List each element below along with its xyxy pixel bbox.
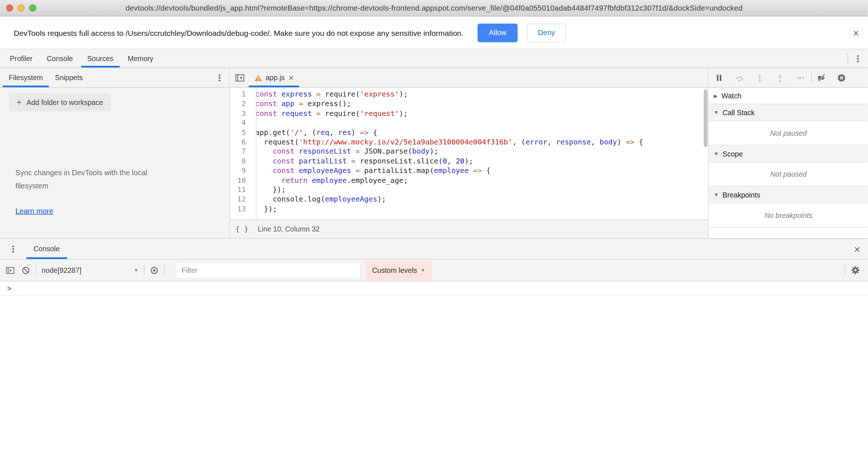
banner-close-icon[interactable]: × [853,27,860,38]
code-line[interactable]: 5app.get('/', (req, res) => { [230,128,708,137]
triangle-down-icon: ▼ [714,192,719,198]
code-line[interactable]: 9 const employeeAges = partialList.map(e… [230,166,708,175]
allow-button[interactable]: Allow [478,23,517,42]
tab-console[interactable]: Console [40,49,80,68]
execution-context-select[interactable]: node[92287] ▼ [42,266,138,275]
pause-script-icon[interactable] [715,73,724,82]
line-number[interactable]: 3 [230,109,251,118]
custom-levels-label: Custom levels [372,266,417,275]
permission-banner: DevTools requests full access to /Users/… [0,16,868,49]
code-line[interactable]: 11 }); [230,185,708,195]
step-over-icon[interactable] [735,73,744,82]
line-number[interactable]: 5 [230,128,251,137]
step-out-icon[interactable] [776,73,785,82]
console-prompt-row[interactable]: > [0,282,868,296]
section-label: Scope [722,150,742,158]
tab-memory[interactable]: Memory [120,49,160,68]
pretty-print-icon[interactable]: { } [236,225,248,233]
tab-console-drawer[interactable]: Console [26,239,67,259]
file-tab-appjs[interactable]: app.js × [249,68,299,87]
section-label: Breakpoints [722,191,760,199]
traffic-lights [6,0,37,16]
line-number[interactable]: 13 [230,204,251,214]
code-line[interactable]: 2const app = express(); [230,99,708,109]
devtools-window: devtools://devtools/bundled/js_app.html?… [0,0,868,474]
triangle-down-icon: ▼ [714,110,719,115]
console-sidebar-toggle-icon[interactable] [5,266,14,275]
minimize-window-button[interactable] [18,4,25,12]
tab-profiler[interactable]: Profiler [3,49,40,68]
chevron-down-icon: ▼ [134,268,138,273]
editor-scrollbar-thumb[interactable] [704,90,708,147]
permission-message: DevTools requests full access to /Users/… [14,28,464,37]
console-settings-gear-icon[interactable] [851,266,861,275]
line-number[interactable]: 2 [230,99,251,109]
code-line[interactable]: 4 [230,118,708,128]
warning-icon [254,74,263,82]
console-filter-input[interactable] [176,262,361,278]
console-tabbar: Console × [0,239,868,260]
clear-console-icon[interactable] [22,266,30,275]
section-header-scope[interactable]: ▼Scope [709,146,868,163]
scope-message: Not paused [709,162,868,187]
separator [144,265,145,276]
code-line[interactable]: 8 const partialList = responseList.slice… [230,156,708,166]
navigator-tabbar: Filesystem Snippets [0,68,229,88]
line-number[interactable]: 6 [230,137,251,147]
code-line[interactable]: 3const request = require('request'); [230,109,708,118]
section-header-call-stack[interactable]: ▼Call Stack [709,104,868,121]
code-editor[interactable]: 1const express = require('express');2con… [230,88,708,219]
close-window-button[interactable] [6,4,14,12]
separator [164,265,165,276]
drawer-menu-icon[interactable] [9,244,18,253]
tab-filesystem[interactable]: Filesystem [3,68,49,87]
separator [812,72,812,83]
section-label: Call Stack [722,108,755,117]
main-tabbar-right [848,49,868,68]
sync-description: Sync changes in DevTools with the local … [15,166,180,193]
code-line[interactable]: 12 console.log(employeeAges); [230,195,708,204]
console-output[interactable]: > [0,282,868,474]
custom-levels-dropdown[interactable]: Custom levels ▼ [366,260,432,280]
editor-tabbar: app.js × [230,68,708,88]
learn-more-link[interactable]: Learn more [15,207,53,215]
add-folder-button[interactable]: + Add folder to workspace [9,93,111,112]
code-line[interactable]: 6 request('http://www.mocky.io/v2/5e1a9a… [230,137,708,147]
section-header-breakpoints[interactable]: ▼Breakpoints [709,187,868,204]
step-icon[interactable] [796,73,805,82]
line-number[interactable]: 1 [230,90,251,99]
line-number[interactable]: 12 [230,195,251,204]
code-line[interactable]: 10 return employee.employee_age; [230,175,708,185]
code-line[interactable]: 1const express = require('express'); [230,90,708,99]
line-number[interactable]: 9 [230,166,251,175]
deny-button[interactable]: Deny [527,23,566,42]
fullscreen-window-button[interactable] [29,4,37,12]
navigator-menu-icon[interactable] [215,73,224,82]
main-menu-icon[interactable] [854,54,863,63]
line-number[interactable]: 11 [230,185,251,195]
sources-panel: Filesystem Snippets + Add folder to work… [0,68,868,238]
cursor-position: Line 10, Column 32 [258,225,319,233]
editor-statusbar: { } Line 10, Column 32 [230,219,708,238]
pause-on-exceptions-icon[interactable] [837,73,846,82]
create-live-expression-icon[interactable] [150,266,159,275]
deactivate-breakpoints-icon[interactable] [818,73,826,82]
line-number[interactable]: 4 [230,118,251,128]
tab-snippets[interactable]: Snippets [49,68,89,87]
section-header-watch[interactable]: ▶Watch [709,88,868,104]
line-number[interactable]: 10 [230,175,251,185]
titlebar: devtools://devtools/bundled/js_app.html?… [0,0,868,16]
code-line[interactable]: 13 }); [230,204,708,214]
step-into-icon[interactable] [756,73,764,82]
line-number[interactable]: 7 [230,147,251,156]
hide-navigator-icon[interactable] [235,73,245,82]
tab-sources[interactable]: Sources [80,49,121,68]
line-number[interactable]: 8 [230,156,251,166]
main-tabbar: Profiler Console Sources Memory [0,49,868,68]
section-label: Watch [721,92,741,100]
gutter-divider [256,88,257,219]
file-tab-close-icon[interactable]: × [289,73,294,82]
triangle-right-icon: ▶ [714,93,718,98]
code-line[interactable]: 7 const responseList = JSON.parse(body); [230,147,708,156]
drawer-close-icon[interactable]: × [854,243,861,254]
